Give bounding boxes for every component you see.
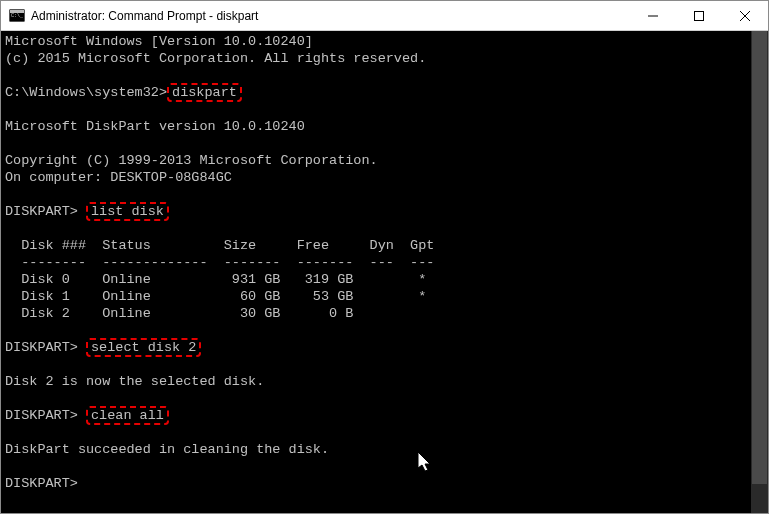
output-line: Microsoft DiskPart version 10.0.10240 [5, 119, 305, 134]
output-line: On computer: DESKTOP-08G84GC [5, 170, 232, 185]
window-controls [630, 1, 768, 30]
disk-table-row: Disk 1 Online 60 GB 53 GB * [5, 289, 426, 304]
highlighted-command: select disk 2 [86, 338, 201, 357]
minimize-button[interactable] [630, 1, 676, 30]
command-prompt-window: Administrator: Command Prompt - diskpart… [0, 0, 769, 514]
output-line: (c) 2015 Microsoft Corporation. All righ… [5, 51, 426, 66]
window-title: Administrator: Command Prompt - diskpart [31, 9, 630, 23]
output-line: Microsoft Windows [Version 10.0.10240] [5, 34, 313, 49]
prompt-current: DISKPART> [5, 476, 78, 491]
titlebar[interactable]: Administrator: Command Prompt - diskpart [1, 1, 768, 31]
disk-table-divider: -------- ------------- ------- ------- -… [5, 255, 434, 270]
highlighted-command: clean all [86, 406, 169, 425]
svg-rect-1 [695, 11, 704, 20]
close-button[interactable] [722, 1, 768, 30]
terminal-output[interactable]: Microsoft Windows [Version 10.0.10240] (… [1, 31, 751, 513]
prompt-prefix: DISKPART> [5, 340, 86, 355]
output-line: Copyright (C) 1999-2013 Microsoft Corpor… [5, 153, 378, 168]
prompt-prefix: C:\Windows\system32> [5, 85, 167, 100]
vertical-scrollbar[interactable] [751, 31, 768, 513]
output-line: Disk 2 is now the selected disk. [5, 374, 264, 389]
cmd-icon [9, 9, 25, 22]
scrollbar-thumb[interactable] [752, 31, 767, 484]
disk-table-header: Disk ### Status Size Free Dyn Gpt [5, 238, 434, 253]
output-line: DiskPart succeeded in cleaning the disk. [5, 442, 329, 457]
terminal-area: Microsoft Windows [Version 10.0.10240] (… [1, 31, 768, 513]
highlighted-command: list disk [86, 202, 169, 221]
highlighted-command: diskpart [167, 83, 242, 102]
maximize-button[interactable] [676, 1, 722, 30]
disk-table-row: Disk 0 Online 931 GB 319 GB * [5, 272, 426, 287]
prompt-prefix: DISKPART> [5, 204, 86, 219]
disk-table-row: Disk 2 Online 30 GB 0 B [5, 306, 353, 321]
prompt-prefix: DISKPART> [5, 408, 86, 423]
